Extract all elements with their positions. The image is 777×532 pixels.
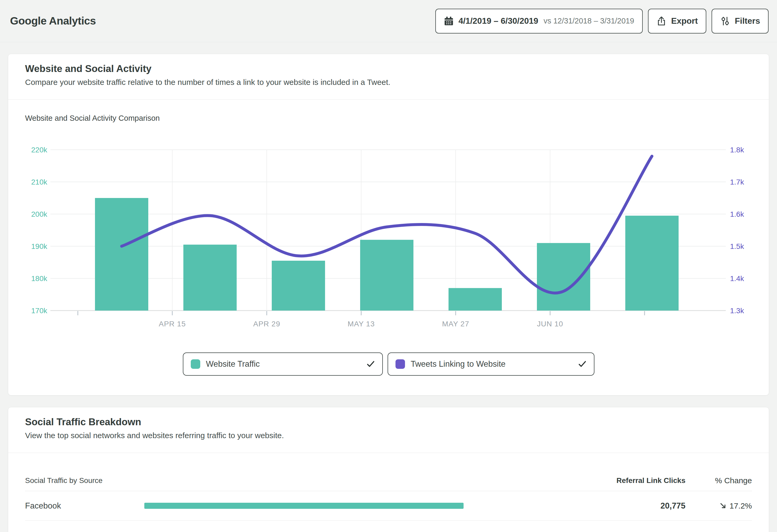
table-row: Twitter 4,402 19.6% [25,520,752,532]
export-button[interactable]: Export [648,9,706,33]
page-title: Google Analytics [10,15,96,27]
table-row: Facebook 20,775 17.2% [25,491,752,520]
check-icon [366,360,375,368]
social-card-title: Social Traffic Breakdown [25,416,752,428]
chart-legend: Website Traffic Tweets Linking to Websit… [25,353,752,376]
change-value: 19.6% [730,531,752,532]
change-column-header: % Change [685,476,752,485]
svg-text:200k: 200k [31,210,47,218]
check-icon [578,360,586,368]
svg-text:1.6k: 1.6k [730,210,744,218]
svg-text:180k: 180k [31,274,47,283]
clicks-value: 20,775 [464,501,685,511]
combo-chart-svg: 220k1.8k210k1.7k200k1.6k190k1.5k180k1.4k… [25,127,752,338]
filters-icon [720,16,730,26]
social-card-head: Social Traffic Breakdown View the top so… [8,407,769,453]
trend-down-icon [719,502,727,510]
svg-text:1.8k: 1.8k [730,146,744,154]
source-label: Twitter [25,531,144,532]
referral-bar-track [144,503,464,509]
calendar-icon [444,16,454,26]
referral-bar-fill [144,503,464,509]
date-range-button[interactable]: 4/1/2019 – 6/30/2019 vs 12/31/2018 – 3/3… [435,9,643,33]
tweets-swatch [396,359,405,369]
svg-text:MAY 13: MAY 13 [347,320,375,328]
source-label: Facebook [25,501,144,511]
svg-text:JUN 10: JUN 10 [537,320,563,328]
svg-text:210k: 210k [31,178,47,186]
website-card-description: Compare your website traffic relative to… [25,77,752,87]
svg-text:190k: 190k [31,242,47,250]
website-traffic-swatch [191,359,200,369]
main-content: Website and Social Activity Compare your… [0,42,777,532]
export-label: Export [671,16,698,26]
website-card-title: Website and Social Activity [25,63,752,75]
svg-text:1.3k: 1.3k [730,306,744,315]
header-actions: 4/1/2019 – 6/30/2019 vs 12/31/2018 – 3/3… [435,9,769,33]
date-range-label: 4/1/2019 – 6/30/2019 [459,16,539,26]
filters-label: Filters [735,16,760,26]
export-icon [656,16,666,26]
svg-text:1.5k: 1.5k [730,242,744,250]
clicks-column-header: Referral Link Clicks [464,477,685,485]
svg-text:1.4k: 1.4k [730,274,744,283]
legend-label: Tweets Linking to Website [411,359,506,369]
table-header-row: Social Traffic by Source Referral Link C… [25,453,752,491]
clicks-value: 4,402 [464,531,685,532]
source-column-header: Social Traffic by Source [25,477,144,485]
svg-text:MAY 27: MAY 27 [442,320,469,328]
change-value: 17.2% [730,501,752,510]
filters-button[interactable]: Filters [711,9,769,33]
legend-website-traffic[interactable]: Website Traffic [183,353,383,376]
chart-section: Website and Social Activity Comparison 2… [8,100,769,395]
legend-label: Website Traffic [206,359,260,369]
svg-text:170k: 170k [31,306,47,315]
svg-text:APR 15: APR 15 [159,320,186,328]
table-body: Facebook 20,775 17.2% [25,491,752,532]
svg-text:1.7k: 1.7k [730,178,744,186]
app-header: Google Analytics 4/1/2019 – 6/30/2019 vs… [0,0,777,42]
svg-text:220k: 220k [31,146,47,154]
chart-title: Website and Social Activity Comparison [25,113,752,123]
date-compare-label: vs 12/31/2018 – 3/31/2019 [544,17,634,25]
social-traffic-breakdown-card: Social Traffic Breakdown View the top so… [8,407,769,532]
legend-tweets-linking[interactable]: Tweets Linking to Website [387,353,594,376]
social-traffic-table: Social Traffic by Source Referral Link C… [8,453,769,532]
social-card-description: View the top social networks and website… [25,430,752,440]
website-social-activity-card: Website and Social Activity Compare your… [8,54,769,395]
website-card-head: Website and Social Activity Compare your… [8,54,769,99]
svg-text:APR 29: APR 29 [253,320,281,328]
